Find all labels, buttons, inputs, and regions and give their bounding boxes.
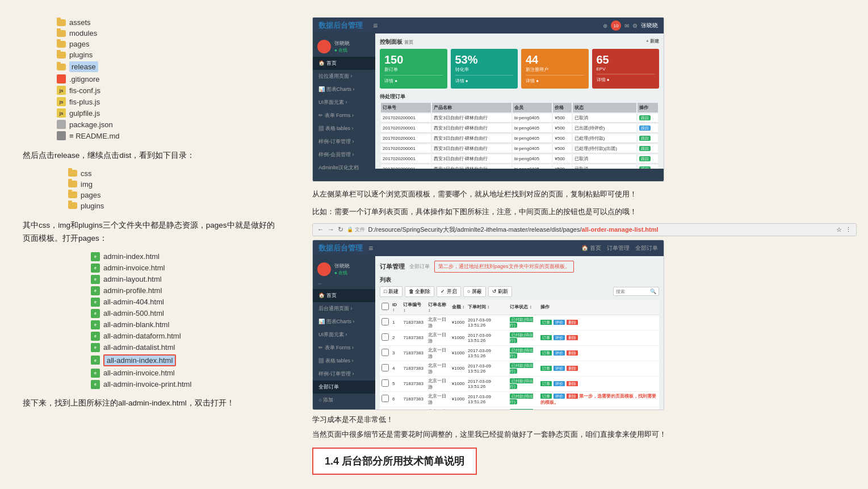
file-html-admin-invoice2[interactable]: e all-admin-invoice.html <box>91 367 278 379</box>
file-item-packagejson[interactable]: package.json <box>57 119 278 130</box>
file-item-assets[interactable]: assets <box>57 17 278 28</box>
sidebar-item-forms2[interactable]: ✏ 表单 Forms › <box>313 341 375 354</box>
cell-time: 2017-03-09 13:51:26 <box>466 345 508 361</box>
file-item-pages-dist[interactable]: pages <box>68 190 278 200</box>
sidebar-item-tables2[interactable]: ▦ 表格 tables › <box>313 354 375 367</box>
row-check[interactable] <box>381 364 389 371</box>
open-btn[interactable]: ✓ 开启 <box>437 286 461 297</box>
action-eval[interactable]: 评价 <box>553 394 565 399</box>
file-item-fisplus[interactable]: js fis-plus.js <box>57 96 278 107</box>
action-delete[interactable]: 删除 <box>567 335 578 340</box>
sidebar-item-ui2[interactable]: UI界面元素 › <box>313 328 375 341</box>
forward-btn[interactable]: → <box>328 225 334 233</box>
delete-btn[interactable]: 🗑 全删除 <box>405 286 435 297</box>
action-tag[interactable]: 跟踪 <box>639 136 651 141</box>
action-delete[interactable]: 删除 <box>567 366 578 371</box>
file-html-admin-dataform[interactable]: e all-admin-dataform.html <box>91 331 278 342</box>
table-row: 3 71837383 北京一日游 ¥1000 2017-03-09 13:51:… <box>380 345 659 361</box>
action-order[interactable]: 订单 <box>540 394 552 399</box>
file-html-admin-invoice[interactable]: e admin-invoice.html <box>91 262 278 274</box>
action-delete[interactable]: 删除 <box>567 381 578 386</box>
sidebar-item-charts[interactable]: 📊 图表Charts › <box>313 83 375 96</box>
sidebar-item-ui[interactable]: UI界面元素 › <box>313 96 375 109</box>
file-item-gulpfile[interactable]: js gulpfile.js <box>57 107 278 119</box>
file-html-admin-profile[interactable]: e admin-profile.html <box>91 285 278 296</box>
action-eval[interactable]: 评价 <box>553 381 565 386</box>
file-html-admin-index[interactable]: e admin-index.html <box>91 251 278 262</box>
new-btn[interactable]: □ 新建 <box>380 286 402 297</box>
sidebar-item-forms[interactable]: ✏ 表单 Forms › <box>313 109 375 122</box>
file-html-admin-404[interactable]: e all-admin-404.html <box>91 296 278 308</box>
file-html-all-admin-index[interactable]: e all-admin-index.html <box>91 353 278 367</box>
file-html-admin-500[interactable]: e all-admin-500.html <box>91 308 278 319</box>
file-item-plugins[interactable]: plugins <box>57 49 278 60</box>
sidebar-item-sample-order2[interactable]: 样例-订单管理 › <box>313 367 375 381</box>
refresh-btn2[interactable]: ↺ 刷新 <box>488 286 513 297</box>
select-all[interactable] <box>381 303 389 310</box>
sidebar-item-home2[interactable]: 🏠 首页 <box>313 289 375 302</box>
sidebar-item-common[interactable]: 拉拉通用页面 › <box>313 70 375 83</box>
sidebar-item-all-orders[interactable]: 全部订单 <box>313 381 375 394</box>
file-html-admin-datalist[interactable]: e all-admin-datalist.html <box>91 342 278 353</box>
action-tag[interactable]: 跟踪 <box>639 126 651 131</box>
back-btn[interactable]: ← <box>317 225 324 233</box>
action-tag[interactable]: 跟踪 <box>639 115 651 120</box>
action-tag[interactable]: 跟踪 <box>639 146 651 151</box>
file-html-admin-invoice-print[interactable]: e all-admin-invoice-print.html <box>91 379 278 390</box>
sidebar-item-tables[interactable]: ▦ 表格 tables › <box>313 122 375 135</box>
action-tag[interactable]: 跟踪 <box>639 166 651 169</box>
file-item-css[interactable]: css <box>68 168 278 179</box>
file-html-admin-layout[interactable]: e admin-layout.html <box>91 274 278 285</box>
action-order[interactable]: 订单 <box>540 366 552 371</box>
file-html-admin-blank[interactable]: e all-admin-blank.html <box>91 319 278 331</box>
file-item-modules[interactable]: modules <box>57 28 278 39</box>
sidebar-item-sample-member[interactable]: 样例-会员管理 › <box>313 148 375 161</box>
action-order[interactable]: 订单 <box>540 335 552 340</box>
star-icon[interactable]: ☆ <box>836 226 842 233</box>
search-input[interactable] <box>616 289 650 294</box>
file-item-img[interactable]: img <box>68 179 278 190</box>
action-eval[interactable]: 评价 <box>553 350 565 356</box>
sidebar-item-sample-order[interactable]: 样例-订单管理 › <box>313 135 375 148</box>
row-check[interactable] <box>381 333 389 341</box>
file-item-plugins-dist[interactable]: plugins <box>68 200 278 211</box>
action-eval[interactable]: 评价 <box>553 366 565 371</box>
file-item-gitignore[interactable]: .gitignore <box>57 73 278 85</box>
sidebar-item-home[interactable]: 🏠 首页 <box>313 57 375 70</box>
action-eval[interactable]: 评价 <box>553 335 565 340</box>
cell-actions: 订单 评价 删除 第一步，选需要的页面模板，找到需要的模板。 <box>539 391 659 407</box>
file-name: css <box>81 169 92 178</box>
action-order[interactable]: 订单 <box>540 350 552 356</box>
action-tag[interactable]: 跟踪 <box>639 156 651 161</box>
file-item-fisconf[interactable]: js fis-conf.js <box>57 85 278 96</box>
row-check[interactable] <box>381 318 389 325</box>
action-eval[interactable]: 评价 <box>553 320 565 325</box>
sidebar-item-docs[interactable]: Adminlte汉化文档 <box>313 161 375 174</box>
action-order[interactable]: 订单 <box>540 320 552 325</box>
search-icon[interactable]: 🔍 <box>650 289 656 294</box>
close-btn[interactable]: ○ 屏蔽 <box>463 286 486 297</box>
search-box[interactable]: 🔍 <box>613 287 659 296</box>
sidebar-item-common2[interactable]: 后台通用页面 › <box>313 302 375 315</box>
url-text[interactable]: D:/resource/SpringSecurity大我/adminlte2-i… <box>368 225 833 234</box>
row-check[interactable] <box>381 349 389 356</box>
row-check[interactable] <box>381 379 389 387</box>
action-delete[interactable]: 删除 <box>567 394 578 399</box>
file-item-release[interactable]: release <box>57 60 278 73</box>
row-check[interactable] <box>381 395 389 402</box>
html-icon: e <box>91 380 100 389</box>
file-item-pages[interactable]: pages <box>57 39 278 49</box>
username: 张晓晓 <box>641 22 658 30</box>
action-delete[interactable]: 删除 <box>567 350 578 356</box>
url-bar: ← → ↻ 🔒 文件 D:/resource/SpringSecurity大我/… <box>312 223 857 236</box>
action-delete[interactable]: 删除 <box>567 320 578 325</box>
col-order-no2: 订单编号 ↕ <box>401 300 426 315</box>
file-item-readme[interactable]: ≡ README.md <box>57 130 278 141</box>
refresh-btn[interactable]: ↻ <box>338 225 343 233</box>
sidebar-item-charts2[interactable]: 📊 图表Charts › <box>313 315 375 328</box>
file-name-highlighted: all-admin-index.html <box>103 354 176 366</box>
more-icon[interactable]: ⋮ <box>845 226 852 233</box>
action-order[interactable]: 订单 <box>540 381 552 386</box>
sidebar-item-add-order[interactable]: ○ 添加 <box>313 394 375 407</box>
table-toolbar: □ 新建 🗑 全删除 ✓ 开启 ○ 屏蔽 ↺ 刷新 🔍 <box>380 286 659 297</box>
